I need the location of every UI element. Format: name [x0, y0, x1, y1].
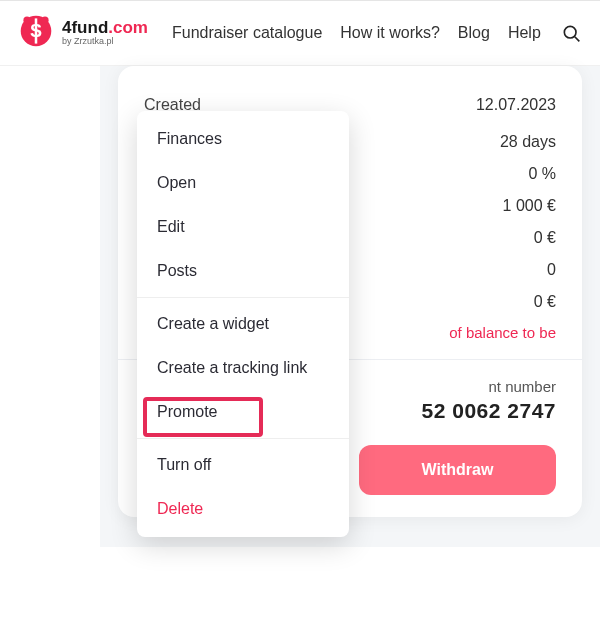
svg-point-2 [41, 17, 48, 24]
withdraw-button[interactable]: Withdraw [359, 445, 556, 495]
dropdown-create-widget[interactable]: Create a widget [137, 302, 349, 346]
svg-point-5 [564, 26, 576, 38]
dropdown-create-tracking-link[interactable]: Create a tracking link [137, 346, 349, 390]
dropdown-posts[interactable]: Posts [137, 249, 349, 293]
search-icon [561, 23, 581, 43]
more-dropdown: Finances Open Edit Posts Create a widget… [137, 111, 349, 537]
logo-text: 4fund.com by Zrzutka.pl [62, 19, 148, 46]
dropdown-separator-1 [137, 297, 349, 298]
nav-blog[interactable]: Blog [458, 24, 490, 42]
stat-goal-value: 1 000 € [503, 197, 556, 215]
dropdown-separator-2 [137, 438, 349, 439]
stat-supporters-value: 0 [547, 261, 556, 279]
stat-created-value: 12.07.2023 [476, 96, 556, 114]
dropdown-delete[interactable]: Delete [137, 487, 349, 531]
dropdown-turn-off[interactable]: Turn off [137, 443, 349, 487]
stat-percent-value: 0 % [528, 165, 556, 183]
dropdown-open[interactable]: Open [137, 161, 349, 205]
primary-nav: Fundraiser catalogue How it works? Blog … [172, 24, 552, 42]
stat-raised-value: 0 € [534, 229, 556, 247]
nav-how-it-works[interactable]: How it works? [340, 24, 440, 42]
dropdown-edit[interactable]: Edit [137, 205, 349, 249]
withdraw-button-label: Withdraw [422, 461, 494, 479]
svg-line-6 [575, 37, 580, 42]
stat-balance-value: 0 € [534, 293, 556, 311]
search-button[interactable] [560, 22, 582, 44]
svg-rect-4 [35, 18, 38, 43]
stat-days-value: 28 days [500, 133, 556, 151]
logo[interactable]: S 4fund.com by Zrzutka.pl [18, 13, 148, 53]
dropdown-finances[interactable]: Finances [137, 117, 349, 161]
logo-mark-icon: S [18, 13, 54, 53]
top-header: S 4fund.com by Zrzutka.pl Fundraiser cat… [0, 0, 600, 66]
nav-help[interactable]: Help [508, 24, 541, 42]
nav-catalogue[interactable]: Fundraiser catalogue [172, 24, 322, 42]
dropdown-promote[interactable]: Promote [137, 390, 349, 434]
